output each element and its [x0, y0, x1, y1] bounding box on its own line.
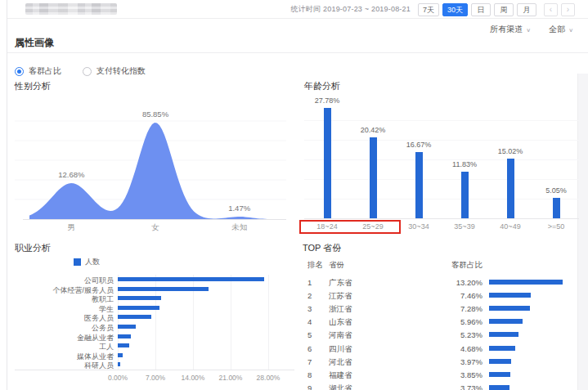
- province-rank: 5: [307, 330, 325, 339]
- province-rank: 3: [307, 304, 325, 313]
- chevron-down-icon: ∨: [526, 26, 531, 32]
- province-rank: 4: [307, 317, 325, 326]
- province-bar: [489, 359, 511, 364]
- province-bar: [489, 306, 530, 311]
- gender-category-label: 女: [151, 222, 159, 231]
- age-bar: [324, 108, 331, 218]
- tab-客群占比[interactable]: 客群占比: [15, 65, 61, 77]
- gender-section: 性别分析 男12.68%女85.85%未知1.47%: [15, 80, 286, 234]
- scope-dropdown[interactable]: 全部 ∨: [549, 24, 573, 35]
- occupation-bar: [118, 287, 209, 291]
- province-rank: 7: [307, 357, 325, 366]
- chevron-down-icon: ∨: [568, 26, 573, 32]
- province-share: 3.97%: [424, 357, 483, 366]
- age-bar: [507, 159, 514, 218]
- occupation-section-title: 职业分析: [15, 242, 294, 254]
- province-share: 5.23%: [424, 330, 483, 339]
- age-value-label: 20.42%: [348, 126, 397, 134]
- x-tick-label: 0.00%: [97, 374, 138, 382]
- province-rank: 2: [307, 291, 325, 300]
- occupation-bar: [118, 277, 264, 281]
- next-period-button[interactable]: ›: [561, 3, 575, 16]
- province-share: 3.85%: [424, 370, 483, 379]
- radio-icon: [15, 67, 24, 76]
- province-name: 四川省: [329, 344, 352, 355]
- age-value-label: 5.05%: [532, 186, 581, 195]
- column-header-province: 省份: [329, 260, 344, 271]
- province-rank: 6: [307, 344, 325, 353]
- age-category-label: 35~39: [442, 222, 487, 231]
- province-name: 江苏省: [329, 291, 352, 302]
- range-button-周[interactable]: 周: [494, 3, 514, 16]
- tab-label: 支付转化指数: [97, 65, 146, 77]
- province-name: 河北省: [329, 357, 352, 368]
- topbar-controls: 统计时间 2019-07-23 ~ 2019-08-21 7天30天日周月 ‹ …: [291, 0, 575, 19]
- divider: [7, 52, 588, 53]
- view-tabs: 客群占比支付转化指数: [15, 65, 146, 77]
- occupation-bar: [118, 306, 159, 310]
- province-name: 河南省: [329, 330, 352, 341]
- range-button-日[interactable]: 日: [471, 3, 491, 16]
- age-bar: [461, 172, 469, 218]
- left-border: [7, 0, 7, 390]
- age-bar: [370, 137, 377, 218]
- province-name: 浙江省: [329, 304, 352, 315]
- age-category-label: 40~49: [487, 222, 533, 231]
- range-button-月[interactable]: 月: [517, 3, 536, 16]
- occupation-bar: [118, 343, 129, 347]
- age-bar: [553, 198, 560, 218]
- dashboard-page: 统计时间 2019-07-23 ~ 2019-08-21 7天30天日周月 ‹ …: [0, 0, 588, 390]
- province-rank: 1: [307, 278, 325, 287]
- age-value-label: 15.02%: [486, 147, 535, 155]
- column-header-rank: 排名: [307, 260, 325, 271]
- age-section: 年龄分析 27.78%18~2420.42%25~2916.67%30~3411…: [304, 80, 579, 234]
- tab-支付转化指数[interactable]: 支付转化指数: [83, 65, 146, 77]
- period-nav-group: ‹ ›: [544, 3, 575, 16]
- legend-label: 人数: [85, 257, 100, 267]
- province-share: 5.96%: [424, 317, 483, 326]
- age-highlight-box: [299, 220, 401, 234]
- occupation-bar: [118, 334, 131, 338]
- prev-period-button[interactable]: ‹: [544, 3, 558, 16]
- province-name: 广东省: [329, 278, 352, 289]
- filter-row: 所有渠道 ∨ 全部 ∨: [490, 24, 573, 35]
- x-tick-label: 21.00%: [210, 374, 251, 382]
- province-share: 13.20%: [424, 278, 483, 287]
- gridline: [304, 179, 579, 180]
- province-rank: 8: [307, 370, 325, 379]
- age-category-label: >=50: [533, 222, 579, 231]
- province-share: 3.73%: [424, 383, 483, 390]
- date-range-button-group: 7天30天日周月: [418, 3, 536, 16]
- occupation-label: 科研人员: [15, 361, 114, 371]
- province-bar: [489, 319, 523, 324]
- province-bar: [489, 346, 515, 351]
- occupation-bar: [118, 362, 120, 366]
- gender-density-chart: 男12.68%女85.85%未知1.47%: [15, 94, 286, 235]
- province-name: 福建省: [329, 370, 352, 381]
- province-name: 山东省: [329, 317, 352, 328]
- x-tick-label: 7.00%: [135, 374, 176, 382]
- range-button-7天[interactable]: 7天: [418, 3, 439, 16]
- gender-category-label: 未知: [231, 222, 247, 231]
- age-bar: [415, 152, 423, 218]
- stat-time-label: 统计时间 2019-07-23 ~ 2019-08-21: [291, 4, 411, 15]
- gender-category-label: 男: [68, 222, 76, 231]
- province-share: 7.28%: [424, 304, 483, 313]
- province-share: 4.68%: [424, 344, 483, 353]
- channel-dropdown[interactable]: 所有渠道 ∨: [490, 24, 531, 35]
- page-title: 属性画像: [15, 36, 54, 50]
- column-header-share: 客群占比: [424, 260, 483, 271]
- occupation-legend: 人数: [74, 257, 100, 267]
- age-bar-chart: 27.78%18~2420.42%25~2916.67%30~3411.83%3…: [304, 94, 579, 236]
- age-value-label: 11.83%: [440, 160, 489, 168]
- x-tick-label: 14.00%: [173, 374, 213, 382]
- age-value-label: 27.78%: [303, 96, 352, 105]
- range-button-30天[interactable]: 30天: [442, 3, 468, 16]
- occupation-bar: [118, 315, 151, 319]
- age-section-title: 年龄分析: [304, 80, 579, 92]
- gridline: [231, 275, 231, 370]
- province-bar: [489, 280, 563, 285]
- occupation-bar: [118, 325, 136, 329]
- province-rank: 9: [307, 383, 325, 390]
- x-axis: [304, 218, 579, 219]
